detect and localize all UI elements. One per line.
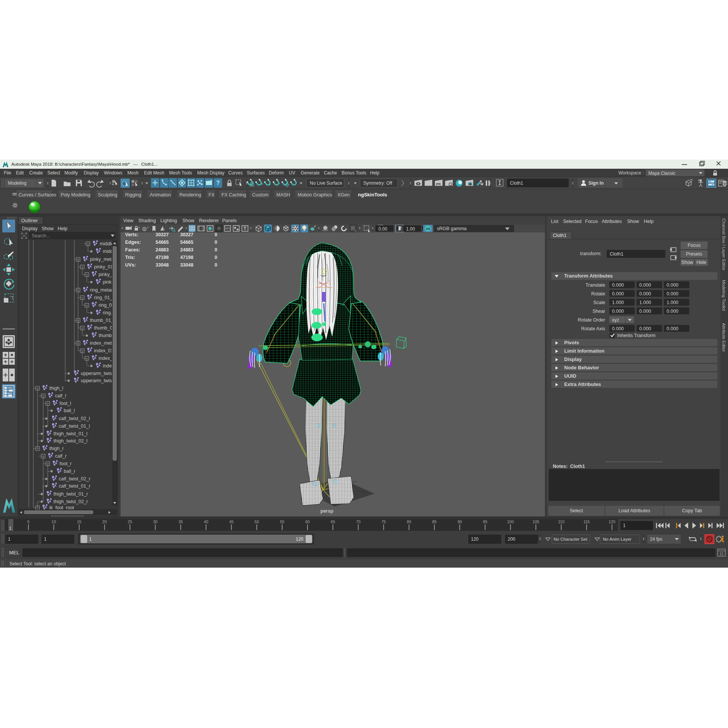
svg-text:45: 45 <box>229 519 234 524</box>
svg-text:95: 95 <box>483 519 488 524</box>
svg-text:40: 40 <box>204 519 209 524</box>
svg-text:1: 1 <box>9 526 11 530</box>
svg-text:90: 90 <box>458 519 462 524</box>
svg-text:60: 60 <box>305 519 310 524</box>
svg-text:100: 100 <box>507 519 514 524</box>
svg-text:55: 55 <box>280 519 284 524</box>
svg-text:110: 110 <box>558 519 565 524</box>
svg-text:50: 50 <box>254 519 259 524</box>
svg-text:10: 10 <box>52 519 56 524</box>
svg-text:IPR: IPR <box>436 182 441 186</box>
svg-text:105: 105 <box>533 519 540 524</box>
svg-text:20: 20 <box>102 519 107 524</box>
svg-text:75: 75 <box>381 519 386 524</box>
svg-text:15: 15 <box>77 519 82 524</box>
svg-text:65: 65 <box>331 519 335 524</box>
svg-text:?: ? <box>216 180 220 186</box>
svg-text:70: 70 <box>356 519 361 524</box>
svg-text:5: 5 <box>27 519 30 524</box>
svg-text:85: 85 <box>432 519 437 524</box>
svg-text:80: 80 <box>407 519 411 524</box>
svg-text:115: 115 <box>584 519 590 524</box>
svg-text:{;}: {;} <box>720 552 723 555</box>
svg-text:35: 35 <box>179 519 183 524</box>
svg-text:120: 120 <box>609 519 615 524</box>
svg-text:25: 25 <box>128 519 132 524</box>
svg-text:30: 30 <box>153 519 158 524</box>
